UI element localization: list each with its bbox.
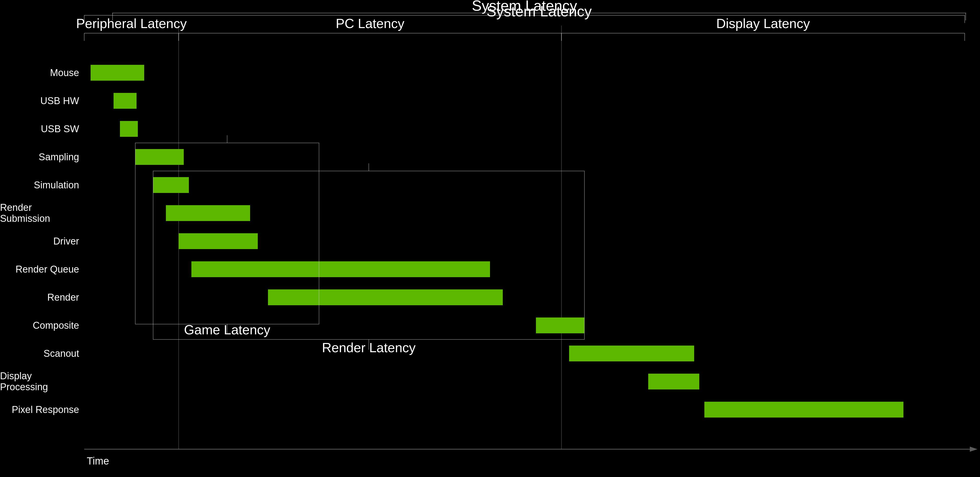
bar-render-submission bbox=[166, 205, 250, 221]
bar-mouse bbox=[91, 65, 144, 81]
bar-pixel-response bbox=[704, 402, 904, 418]
svg-text:Peripheral Latency: Peripheral Latency bbox=[76, 16, 187, 31]
bar-render-queue bbox=[191, 261, 490, 277]
chart-svg: Peripheral Latency PC Latency Display La… bbox=[0, 0, 980, 477]
bar-scanout bbox=[569, 345, 694, 361]
bar-render bbox=[268, 289, 503, 305]
bar-simulation bbox=[153, 177, 189, 193]
svg-rect-22 bbox=[153, 171, 584, 339]
bar-composite bbox=[536, 318, 584, 333]
bar-sampling bbox=[135, 149, 184, 165]
svg-text:PC Latency: PC Latency bbox=[336, 16, 404, 31]
svg-marker-27 bbox=[970, 447, 977, 452]
bar-usb-sw bbox=[120, 121, 138, 137]
svg-text:Display Latency: Display Latency bbox=[716, 16, 810, 31]
bar-driver bbox=[179, 233, 258, 249]
bar-display-processing bbox=[648, 374, 699, 390]
chart-container: System Latency Mouse USB HW USB SW Sampl… bbox=[0, 0, 980, 477]
svg-text:Time: Time bbox=[87, 455, 109, 466]
svg-text:System Latency: System Latency bbox=[472, 0, 577, 14]
bar-usb-hw bbox=[114, 93, 137, 109]
